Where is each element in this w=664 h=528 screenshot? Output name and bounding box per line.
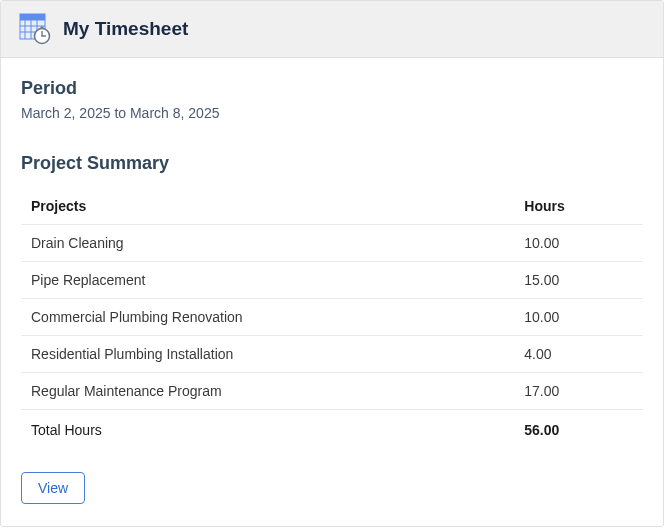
- hours-column-header: Hours: [514, 188, 643, 225]
- table-row: Regular Maintenance Program 17.00: [21, 373, 643, 410]
- hours-cell: 4.00: [514, 336, 643, 373]
- table-row: Commercial Plumbing Renovation 10.00: [21, 299, 643, 336]
- hours-cell: 15.00: [514, 262, 643, 299]
- svg-rect-7: [20, 14, 45, 20]
- project-cell: Residential Plumbing Installation: [21, 336, 514, 373]
- timesheet-icon: [19, 13, 51, 45]
- card-header: My Timesheet: [1, 1, 663, 58]
- card-body: Period March 2, 2025 to March 8, 2025 Pr…: [1, 58, 663, 526]
- project-cell: Pipe Replacement: [21, 262, 514, 299]
- project-cell: Drain Cleaning: [21, 225, 514, 262]
- table-row: Pipe Replacement 15.00: [21, 262, 643, 299]
- period-label: Period: [21, 78, 643, 99]
- project-cell: Commercial Plumbing Renovation: [21, 299, 514, 336]
- hours-cell: 17.00: [514, 373, 643, 410]
- card-actions: View: [21, 472, 643, 504]
- period-value: March 2, 2025 to March 8, 2025: [21, 105, 643, 121]
- total-label: Total Hours: [21, 410, 514, 449]
- projects-column-header: Projects: [21, 188, 514, 225]
- table-header-row: Projects Hours: [21, 188, 643, 225]
- total-row: Total Hours 56.00: [21, 410, 643, 449]
- table-row: Residential Plumbing Installation 4.00: [21, 336, 643, 373]
- project-cell: Regular Maintenance Program: [21, 373, 514, 410]
- hours-cell: 10.00: [514, 299, 643, 336]
- hours-cell: 10.00: [514, 225, 643, 262]
- timesheet-card: My Timesheet Period March 2, 2025 to Mar…: [0, 0, 664, 527]
- total-hours: 56.00: [514, 410, 643, 449]
- project-summary-table: Projects Hours Drain Cleaning 10.00 Pipe…: [21, 188, 643, 448]
- table-row: Drain Cleaning 10.00: [21, 225, 643, 262]
- card-title: My Timesheet: [63, 18, 188, 40]
- project-summary-label: Project Summary: [21, 153, 643, 174]
- view-button[interactable]: View: [21, 472, 85, 504]
- svg-rect-9: [41, 27, 44, 29]
